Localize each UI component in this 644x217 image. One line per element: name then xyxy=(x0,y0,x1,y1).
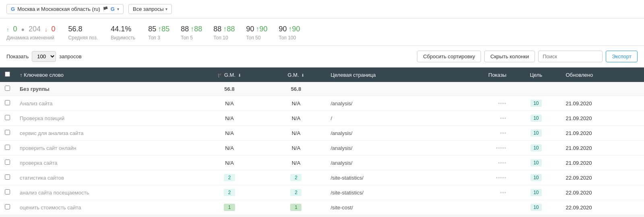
target-cell: 10 xyxy=(511,156,561,170)
group-checkbox-cell[interactable] xyxy=(0,82,15,96)
gm1-cell: N/A xyxy=(192,156,266,170)
gm1-badge: 1 xyxy=(224,204,235,211)
target-badge: 10 xyxy=(530,189,542,196)
gm2-cell: N/A xyxy=(266,141,326,156)
top-n-label-4: Топ 100 xyxy=(279,35,300,41)
group-gm1: 56.8 xyxy=(192,82,266,96)
target-page-col-header[interactable]: Целевая страница xyxy=(326,68,449,82)
row-checkbox-cell[interactable] xyxy=(0,185,15,200)
shows-value: ••••• xyxy=(496,145,506,151)
row-checkbox-cell[interactable] xyxy=(0,126,15,141)
top-n-label-1: Топ 5 xyxy=(181,35,202,41)
target-cell: 10 xyxy=(511,96,561,111)
target-cell: 10 xyxy=(511,170,561,185)
gm1-col-header[interactable]: 🏴 G.M. ⬇ xyxy=(192,68,266,82)
target-badge: 10 xyxy=(530,159,542,166)
shows-cell: ••••• xyxy=(449,141,511,156)
target-badge: 10 xyxy=(530,100,542,107)
gm1-badge: 2 xyxy=(224,189,235,196)
group-row: Без группы 56.8 56.8 xyxy=(0,82,644,96)
keyword-cell: проверить сайт онлайн xyxy=(15,141,192,156)
changes-neutral-icon: ● xyxy=(21,26,25,33)
select-all-checkbox[interactable] xyxy=(5,72,10,77)
top-n-change-0: ↑85 xyxy=(158,25,169,33)
shows-cell: ••• xyxy=(449,126,511,141)
chevron-down-icon: ▾ xyxy=(117,7,119,11)
table-container: ↑ Ключевое слово 🏴 G.M. ⬇ G.M. ⬇ Целевая… xyxy=(0,68,644,215)
shows-value: ••••• xyxy=(496,175,506,181)
row-checkbox[interactable] xyxy=(5,174,10,180)
location-selector[interactable]: G Москва и Московская область (ru) 🏴 G ▾ xyxy=(6,4,124,14)
gm1-cell: 2 xyxy=(192,170,266,185)
query-filter-dropdown[interactable]: Все запросы ▾ xyxy=(128,4,172,14)
changes-label: Динамика изменений xyxy=(6,35,56,41)
updated-cell: 21.09.2020 xyxy=(561,126,644,141)
shows-value: ••• xyxy=(500,190,507,196)
stats-bar: ↑ 0 ● 204 ↓ 0 Динамика изменений 56.8 Ср… xyxy=(0,18,644,46)
avg-pos-stat: 56.8 Средняя поз. xyxy=(68,25,111,41)
shows-cell: •••• xyxy=(449,156,511,170)
updated-cell: 22.09.2020 xyxy=(561,170,644,185)
row-checkbox[interactable] xyxy=(5,160,10,165)
avg-pos-label: Средняя поз. xyxy=(68,35,98,41)
updated-col-header[interactable]: Обновлено xyxy=(561,68,644,82)
keyword-cell: оценить стоимость сайта xyxy=(15,200,192,215)
row-checkbox[interactable] xyxy=(5,130,10,135)
row-checkbox[interactable] xyxy=(5,115,10,120)
gm2-col-header[interactable]: G.M. ⬇ xyxy=(266,68,326,82)
changes-down-icon: ↓ xyxy=(45,27,47,33)
row-checkbox[interactable] xyxy=(5,189,10,194)
group-label: Без группы xyxy=(15,82,192,96)
gm2-cell: 2 xyxy=(266,170,326,185)
group-checkbox[interactable] xyxy=(5,86,10,91)
row-checkbox-cell[interactable] xyxy=(0,96,15,111)
keyword-cell: Анализ сайта xyxy=(15,96,192,111)
page-cell: /site-statistics/ xyxy=(326,170,449,185)
shows-col-header[interactable]: Показы xyxy=(449,68,511,82)
hide-columns-button[interactable]: Скрыть колонки xyxy=(484,51,535,62)
export-button[interactable]: Экспорт xyxy=(606,51,638,62)
row-checkbox[interactable] xyxy=(5,100,10,105)
shows-cell: ••• xyxy=(449,185,511,200)
visibility-label: Видимость xyxy=(111,35,135,41)
row-checkbox-cell[interactable] xyxy=(0,200,15,215)
row-checkbox[interactable] xyxy=(5,204,10,209)
keyword-col-header[interactable]: ↑ Ключевое слово xyxy=(15,68,192,82)
top-n-main-4: 90 xyxy=(279,25,287,33)
top-n-label-0: Топ 3 xyxy=(148,35,169,41)
shows-cell: ••• xyxy=(449,111,511,126)
search-input[interactable] xyxy=(538,51,603,62)
target-col-header[interactable]: Цель xyxy=(511,68,561,82)
row-checkbox-cell[interactable] xyxy=(0,141,15,156)
top-n-stat-4: 90 ↑90 Топ 100 xyxy=(279,25,311,41)
row-checkbox-cell[interactable] xyxy=(0,156,15,170)
row-checkbox-cell[interactable] xyxy=(0,170,15,185)
row-checkbox-cell[interactable] xyxy=(0,111,15,126)
keyword-cell: анализ сайта посещаемость xyxy=(15,185,192,200)
top-n-change-3: ↑90 xyxy=(256,25,267,33)
gm1-cell: 2 xyxy=(192,185,266,200)
changes-up-value: 0 xyxy=(13,25,17,33)
table-row: оценить стоимость сайта 1 1 /site-cost/ … xyxy=(0,200,644,215)
top-n-stat-3: 90 ↑90 Топ 50 xyxy=(246,25,279,41)
shows-cell: •••• xyxy=(449,96,511,111)
sort-icon: ⬇ xyxy=(301,73,304,78)
reset-sort-button[interactable]: Сбросить сортировку xyxy=(417,51,481,62)
target-badge: 10 xyxy=(530,204,542,211)
per-page-select[interactable]: 100 10 25 50 xyxy=(32,51,56,62)
gm2-cell: N/A xyxy=(266,96,326,111)
gm2-badge: 1 xyxy=(290,204,301,211)
gm2-badge: 2 xyxy=(290,174,301,181)
select-all-header[interactable] xyxy=(0,68,15,82)
row-checkbox[interactable] xyxy=(5,145,10,150)
target-cell: 10 xyxy=(511,126,561,141)
target-badge: 10 xyxy=(530,115,542,122)
top-n-main-3: 90 xyxy=(246,25,254,33)
changes-stat-group: ↑ 0 ● 204 ↓ 0 Динамика изменений xyxy=(6,25,68,41)
gm1-badge: 2 xyxy=(224,174,235,181)
avg-pos-value: 56.8 xyxy=(68,25,98,33)
sort-icon: ⬇ xyxy=(238,73,241,78)
target-badge: 10 xyxy=(530,144,542,151)
target-cell: 10 xyxy=(511,141,561,156)
top-n-label-3: Топ 50 xyxy=(246,35,267,41)
